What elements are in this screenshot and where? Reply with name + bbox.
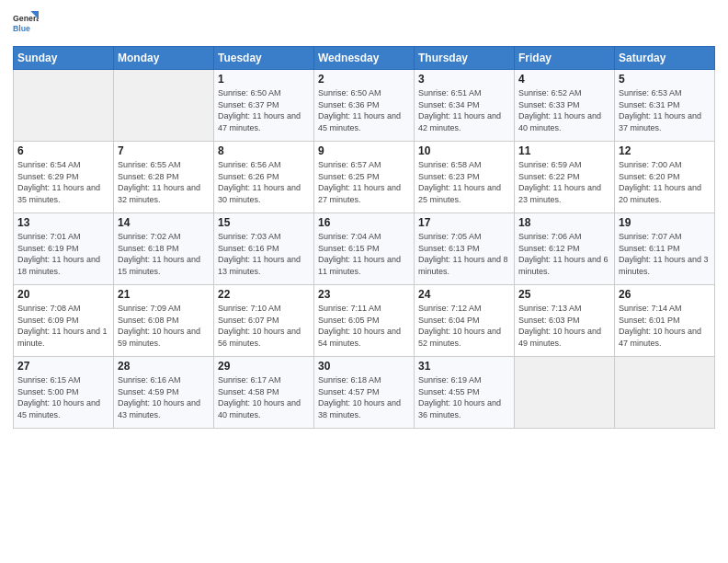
day-info: Sunrise: 6:17 AM Sunset: 4:58 PM Dayligh…	[218, 374, 310, 420]
svg-text:General: General	[13, 14, 39, 23]
day-info: Sunrise: 7:03 AM Sunset: 6:16 PM Dayligh…	[218, 231, 310, 277]
day-info: Sunrise: 7:12 AM Sunset: 6:04 PM Dayligh…	[418, 303, 510, 349]
day-info: Sunrise: 7:08 AM Sunset: 6:09 PM Dayligh…	[17, 303, 109, 349]
calendar-week: 1Sunrise: 6:50 AM Sunset: 6:37 PM Daylig…	[14, 70, 715, 142]
calendar-cell: 13Sunrise: 7:01 AM Sunset: 6:19 PM Dayli…	[14, 213, 114, 285]
calendar-cell: 1Sunrise: 6:50 AM Sunset: 6:37 PM Daylig…	[214, 70, 314, 142]
day-info: Sunrise: 6:51 AM Sunset: 6:34 PM Dayligh…	[418, 87, 510, 133]
day-info: Sunrise: 6:54 AM Sunset: 6:29 PM Dayligh…	[17, 159, 109, 205]
day-info: Sunrise: 7:07 AM Sunset: 6:11 PM Dayligh…	[619, 231, 711, 277]
calendar-cell: 26Sunrise: 7:14 AM Sunset: 6:01 PM Dayli…	[615, 285, 715, 357]
day-info: Sunrise: 6:15 AM Sunset: 5:00 PM Dayligh…	[17, 374, 109, 420]
calendar-cell: 23Sunrise: 7:11 AM Sunset: 6:05 PM Dayli…	[314, 285, 415, 357]
day-number: 31	[418, 360, 510, 373]
day-info: Sunrise: 7:00 AM Sunset: 6:20 PM Dayligh…	[619, 159, 711, 205]
day-info: Sunrise: 6:56 AM Sunset: 6:26 PM Dayligh…	[218, 159, 310, 205]
day-info: Sunrise: 6:50 AM Sunset: 6:36 PM Dayligh…	[318, 87, 410, 133]
day-number: 21	[118, 288, 210, 301]
day-info: Sunrise: 6:53 AM Sunset: 6:31 PM Dayligh…	[619, 87, 711, 133]
day-info: Sunrise: 7:06 AM Sunset: 6:12 PM Dayligh…	[518, 231, 610, 277]
day-number: 3	[418, 73, 510, 86]
day-info: Sunrise: 7:09 AM Sunset: 6:08 PM Dayligh…	[118, 303, 210, 349]
day-number: 12	[619, 144, 711, 157]
page-container: General Blue SundayMondayTuesdayWednesda…	[0, 0, 728, 436]
day-number: 11	[518, 144, 610, 157]
calendar-cell: 31Sunrise: 6:19 AM Sunset: 4:55 PM Dayli…	[415, 357, 515, 429]
day-number: 19	[619, 216, 711, 229]
calendar-cell: 20Sunrise: 7:08 AM Sunset: 6:09 PM Dayli…	[14, 285, 114, 357]
calendar-cell: 6Sunrise: 6:54 AM Sunset: 6:29 PM Daylig…	[14, 142, 114, 213]
logo: General Blue	[13, 11, 40, 37]
day-info: Sunrise: 6:16 AM Sunset: 4:59 PM Dayligh…	[118, 374, 210, 420]
day-number: 24	[418, 288, 510, 301]
day-number: 16	[318, 216, 410, 229]
day-number: 1	[218, 73, 310, 86]
calendar-cell: 17Sunrise: 7:05 AM Sunset: 6:13 PM Dayli…	[415, 213, 515, 285]
calendar-week: 6Sunrise: 6:54 AM Sunset: 6:29 PM Daylig…	[14, 142, 715, 213]
day-number: 5	[619, 73, 711, 86]
day-number: 26	[619, 288, 711, 301]
calendar-cell: 14Sunrise: 7:02 AM Sunset: 6:18 PM Dayli…	[114, 213, 214, 285]
weekday-header: Wednesday	[314, 47, 415, 70]
day-info: Sunrise: 6:18 AM Sunset: 4:57 PM Dayligh…	[318, 374, 410, 420]
weekday-header: Sunday	[14, 47, 114, 70]
day-info: Sunrise: 7:04 AM Sunset: 6:15 PM Dayligh…	[318, 231, 410, 277]
day-info: Sunrise: 7:02 AM Sunset: 6:18 PM Dayligh…	[118, 231, 210, 277]
calendar-cell: 25Sunrise: 7:13 AM Sunset: 6:03 PM Dayli…	[515, 285, 615, 357]
calendar-cell: 12Sunrise: 7:00 AM Sunset: 6:20 PM Dayli…	[615, 142, 715, 213]
calendar-cell	[515, 357, 615, 429]
weekday-header: Tuesday	[214, 47, 314, 70]
calendar-cell: 24Sunrise: 7:12 AM Sunset: 6:04 PM Dayli…	[415, 285, 515, 357]
day-info: Sunrise: 6:19 AM Sunset: 4:55 PM Dayligh…	[418, 374, 510, 420]
calendar-cell: 9Sunrise: 6:57 AM Sunset: 6:25 PM Daylig…	[314, 142, 415, 213]
day-number: 8	[218, 144, 310, 157]
calendar-cell: 16Sunrise: 7:04 AM Sunset: 6:15 PM Dayli…	[314, 213, 415, 285]
calendar-cell: 27Sunrise: 6:15 AM Sunset: 5:00 PM Dayli…	[14, 357, 114, 429]
day-number: 17	[418, 216, 510, 229]
day-number: 15	[218, 216, 310, 229]
calendar-cell	[14, 70, 114, 142]
calendar-cell: 5Sunrise: 6:53 AM Sunset: 6:31 PM Daylig…	[615, 70, 715, 142]
calendar-week: 13Sunrise: 7:01 AM Sunset: 6:19 PM Dayli…	[14, 213, 715, 285]
calendar-cell	[615, 357, 715, 429]
day-number: 22	[218, 288, 310, 301]
weekday-header: Friday	[515, 47, 615, 70]
svg-text:Blue: Blue	[13, 24, 30, 33]
calendar-cell: 22Sunrise: 7:10 AM Sunset: 6:07 PM Dayli…	[214, 285, 314, 357]
calendar-cell: 18Sunrise: 7:06 AM Sunset: 6:12 PM Dayli…	[515, 213, 615, 285]
day-number: 4	[518, 73, 610, 86]
weekday-header: Thursday	[415, 47, 515, 70]
day-info: Sunrise: 7:13 AM Sunset: 6:03 PM Dayligh…	[518, 303, 610, 349]
day-info: Sunrise: 7:05 AM Sunset: 6:13 PM Dayligh…	[418, 231, 510, 277]
header: General Blue	[13, 11, 715, 37]
calendar-week: 27Sunrise: 6:15 AM Sunset: 5:00 PM Dayli…	[14, 357, 715, 429]
weekday-header: Monday	[114, 47, 214, 70]
day-number: 14	[118, 216, 210, 229]
calendar-cell	[114, 70, 214, 142]
day-number: 13	[17, 216, 109, 229]
calendar-cell: 7Sunrise: 6:55 AM Sunset: 6:28 PM Daylig…	[114, 142, 214, 213]
calendar-cell: 8Sunrise: 6:56 AM Sunset: 6:26 PM Daylig…	[214, 142, 314, 213]
calendar-cell: 10Sunrise: 6:58 AM Sunset: 6:23 PM Dayli…	[415, 142, 515, 213]
day-info: Sunrise: 6:59 AM Sunset: 6:22 PM Dayligh…	[518, 159, 610, 205]
calendar-cell: 15Sunrise: 7:03 AM Sunset: 6:16 PM Dayli…	[214, 213, 314, 285]
day-number: 18	[518, 216, 610, 229]
day-info: Sunrise: 6:58 AM Sunset: 6:23 PM Dayligh…	[418, 159, 510, 205]
day-info: Sunrise: 7:14 AM Sunset: 6:01 PM Dayligh…	[619, 303, 711, 349]
day-info: Sunrise: 6:55 AM Sunset: 6:28 PM Dayligh…	[118, 159, 210, 205]
day-number: 29	[218, 360, 310, 373]
day-info: Sunrise: 7:11 AM Sunset: 6:05 PM Dayligh…	[318, 303, 410, 349]
day-number: 9	[318, 144, 410, 157]
day-number: 2	[318, 73, 410, 86]
day-number: 28	[118, 360, 210, 373]
day-info: Sunrise: 6:50 AM Sunset: 6:37 PM Dayligh…	[218, 87, 310, 133]
calendar-cell: 28Sunrise: 6:16 AM Sunset: 4:59 PM Dayli…	[114, 357, 214, 429]
calendar-table: SundayMondayTuesdayWednesdayThursdayFrid…	[13, 46, 715, 429]
day-number: 6	[17, 144, 109, 157]
day-number: 30	[318, 360, 410, 373]
calendar-cell: 21Sunrise: 7:09 AM Sunset: 6:08 PM Dayli…	[114, 285, 214, 357]
calendar-cell: 2Sunrise: 6:50 AM Sunset: 6:36 PM Daylig…	[314, 70, 415, 142]
calendar-cell: 4Sunrise: 6:52 AM Sunset: 6:33 PM Daylig…	[515, 70, 615, 142]
logo-icon: General Blue	[13, 11, 39, 37]
weekday-header: Saturday	[615, 47, 715, 70]
